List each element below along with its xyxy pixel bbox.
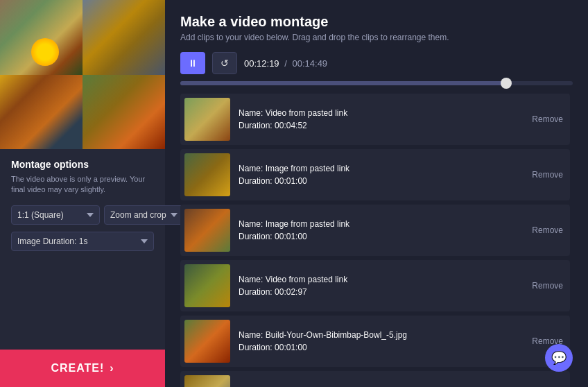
- remove-clip-button[interactable]: Remove: [532, 170, 563, 180]
- page-title: Make a video montage: [180, 14, 573, 30]
- pause-button[interactable]: ⏸: [180, 52, 205, 74]
- food-cell-3: [0, 75, 83, 150]
- montage-options-panel: Montage options The video above is only …: [0, 149, 165, 350]
- clip-duration: Duration: 00:04:52: [239, 121, 525, 130]
- clip-duration-label: Duration:: [239, 343, 275, 352]
- clip-duration-value: 00:01:00: [275, 232, 307, 241]
- chat-icon: 💬: [551, 350, 567, 366]
- list-item: Name: 138378735334.jpeg Duration: 00:01:…: [180, 371, 570, 387]
- clip-name-value: Video from pasted link: [266, 108, 348, 118]
- reset-icon: ↺: [220, 58, 229, 69]
- right-panel: Make a video montage Add clips to your v…: [165, 0, 588, 387]
- clip-info: Name: Video from pasted link Duration: 0…: [239, 108, 525, 130]
- list-item: Name: Video from pasted link Duration: 0…: [180, 94, 570, 145]
- preview-image: [0, 0, 165, 149]
- page-subtitle: Add clips to your video below. Drag and …: [180, 33, 573, 42]
- select-row-aspect-zoom: 1:1 (Square) 16:9 (Landscape) 9:16 (Port…: [11, 205, 154, 225]
- clip-duration-label: Duration:: [239, 176, 275, 186]
- remove-clip-button[interactable]: Remove: [532, 114, 563, 124]
- clip-duration-value: 00:04:52: [275, 121, 307, 130]
- create-arrow-icon: ›: [110, 362, 114, 375]
- clip-duration-label: Duration:: [239, 232, 275, 241]
- progress-handle[interactable]: [501, 78, 512, 89]
- progress-bar-container[interactable]: [180, 81, 573, 85]
- list-item: Name: Image from pasted link Duration: 0…: [180, 149, 570, 200]
- clip-thumbnail: [184, 98, 230, 141]
- time-separator: /: [284, 58, 287, 69]
- clip-duration: Duration: 00:01:00: [239, 232, 525, 241]
- list-item: Name: Image from pasted link Duration: 0…: [180, 205, 570, 256]
- playback-controls: ⏸ ↺ 00:12:19 / 00:14:49: [180, 52, 573, 74]
- clip-duration: Duration: 00:01:00: [239, 176, 525, 186]
- clip-duration-value: 00:01:00: [275, 343, 307, 352]
- clip-name: Name: Build-Your-Own-Bibimbap-Bowl_-5.jp…: [239, 330, 525, 340]
- food-mosaic: [0, 0, 165, 149]
- clip-name-label: Name:: [239, 164, 266, 173]
- time-display: 00:12:19 / 00:14:49: [244, 58, 327, 69]
- clip-name-value: Video from pasted link: [266, 275, 348, 284]
- clip-name-value: Build-Your-Own-Bibimbap-Bowl_-5.jpg: [266, 330, 407, 340]
- clip-name-label: Name:: [239, 330, 266, 340]
- list-item: Name: Video from pasted link Duration: 0…: [180, 260, 570, 311]
- clip-duration-value: 00:02:97: [275, 287, 307, 297]
- clip-info: Name: Image from pasted link Duration: 0…: [239, 219, 525, 241]
- food-cell-1: [0, 0, 83, 75]
- clip-name: Name: Video from pasted link: [239, 108, 525, 118]
- clip-duration: Duration: 00:02:97: [239, 287, 525, 297]
- clip-duration-label: Duration:: [239, 287, 275, 297]
- clip-name-label: Name:: [239, 219, 266, 229]
- montage-options-desc: The video above is only a preview. Your …: [11, 174, 154, 196]
- create-label: CREATE!: [51, 362, 104, 375]
- clip-name-value: Image from pasted link: [266, 164, 349, 173]
- clip-name: Name: Image from pasted link: [239, 219, 525, 229]
- clip-name: Name: Image from pasted link: [239, 164, 525, 173]
- remove-clip-button[interactable]: Remove: [532, 281, 563, 291]
- progress-bar-fill: [180, 81, 506, 85]
- aspect-ratio-select[interactable]: 1:1 (Square) 16:9 (Landscape) 9:16 (Port…: [11, 205, 100, 225]
- create-button[interactable]: CREATE! ›: [0, 350, 165, 387]
- clips-list: Name: Video from pasted link Duration: 0…: [180, 94, 573, 387]
- clip-thumbnail: [184, 209, 230, 252]
- clip-duration-label: Duration:: [239, 121, 275, 130]
- current-time: 00:12:19: [244, 58, 279, 69]
- total-time: 00:14:49: [292, 58, 327, 69]
- clip-name: Name: Video from pasted link: [239, 275, 525, 284]
- clip-duration-value: 00:01:00: [275, 176, 307, 186]
- pause-icon: ⏸: [188, 58, 198, 69]
- reset-button[interactable]: ↺: [212, 52, 237, 74]
- clip-duration: Duration: 00:01:00: [239, 343, 525, 352]
- clip-thumbnail: [184, 153, 230, 196]
- list-item: Name: Build-Your-Own-Bibimbap-Bowl_-5.jp…: [180, 316, 570, 367]
- left-panel: Montage options The video above is only …: [0, 0, 165, 387]
- chat-bubble-button[interactable]: 💬: [545, 344, 573, 372]
- clip-info: Name: Video from pasted link Duration: 0…: [239, 275, 525, 297]
- image-duration-select[interactable]: Image Duration: 1s Image Duration: 2s Im…: [11, 232, 154, 251]
- clip-thumbnail: [184, 375, 230, 387]
- clip-name-label: Name:: [239, 275, 266, 284]
- clip-name-value: Image from pasted link: [266, 219, 349, 229]
- clip-thumbnail: [184, 264, 230, 307]
- clip-info: Name: Image from pasted link Duration: 0…: [239, 164, 525, 186]
- montage-options-title: Montage options: [11, 159, 154, 170]
- clip-thumbnail: [184, 320, 230, 363]
- remove-clip-button[interactable]: Remove: [532, 225, 563, 235]
- food-cell-2: [83, 0, 165, 75]
- food-cell-4: [83, 75, 165, 150]
- clip-name-label: Name:: [239, 108, 266, 118]
- clip-info: Name: Build-Your-Own-Bibimbap-Bowl_-5.jp…: [239, 330, 525, 352]
